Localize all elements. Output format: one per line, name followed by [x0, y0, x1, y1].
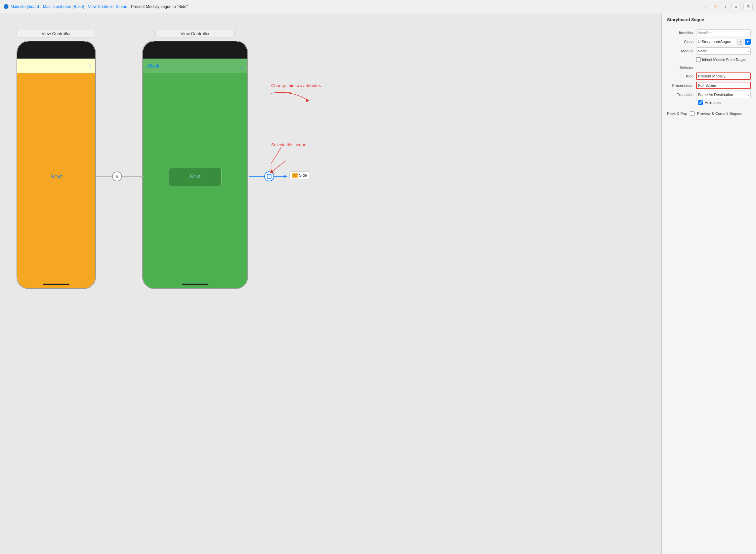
toolbar: 🔵 Main.storyboard › Main.storyboard (Bas…	[0, 0, 756, 13]
svg-text:⊞: ⊞	[116, 175, 118, 178]
phone1-label: View Controller	[16, 30, 96, 38]
inherit-checkbox[interactable]	[696, 57, 701, 62]
back-chevron-icon: ‹	[147, 63, 148, 68]
annotation1-arrow	[271, 90, 311, 107]
list-view-button[interactable]: ≡	[732, 3, 741, 10]
class-select-wrapper: UIStoryboardSegue ↑ ▼	[696, 38, 751, 45]
identifier-input[interactable]	[696, 30, 751, 36]
transition-label: Transition	[667, 93, 693, 97]
grid-view-button[interactable]: ⊞	[743, 3, 753, 10]
breadcrumb-item-3[interactable]: View Controller Scene	[88, 4, 127, 9]
inherit-label: Inherit Module From Target	[702, 58, 751, 62]
identifier-row: Identifier	[662, 29, 756, 37]
svg-marker-9	[285, 175, 287, 178]
phone1-body: Next	[17, 73, 95, 280]
canvas-area: View Controller ↑ Next	[0, 13, 662, 554]
presentation-select[interactable]: Full Screen Current Context Form Sheet P…	[696, 82, 751, 89]
share-icon[interactable]: ↑	[88, 63, 91, 69]
kind-select[interactable]: Present Modally Show Show Detail Present…	[696, 72, 751, 80]
breadcrumb-item-1[interactable]: Main.storyboard	[11, 4, 39, 9]
breadcrumb-item-2[interactable]: Main.storyboard (Base)	[43, 4, 84, 9]
presentation-row: Presentation Full Screen Current Context…	[662, 81, 756, 90]
phone1-frame: ↑ Next	[16, 41, 96, 289]
peek-label: Peek & Pop	[667, 112, 687, 115]
phone2-frame: ‹ Back ↓ Next	[142, 41, 248, 289]
peek-checkbox[interactable]	[690, 111, 694, 116]
phone2-wrapper: View Controller ‹ Back ↓ Next	[142, 30, 248, 289]
animates-checkbox[interactable]	[698, 100, 703, 105]
presentation-label: Presentation	[667, 84, 693, 88]
phone1-header: ↑	[17, 59, 95, 73]
kind-row: Kind Present Modally Show Show Detail Pr…	[662, 71, 756, 81]
phone2-label: View Controller	[155, 30, 235, 38]
identifier-label: Identifier	[667, 31, 693, 35]
class-row: Class UIStoryboardSegue ↑ ▼	[662, 37, 756, 46]
download-icon[interactable]: ↓	[240, 63, 243, 69]
side-label: Side	[299, 173, 307, 178]
panel-content: Identifier Class UIStoryboardSegue ↑ ▼ M…	[662, 25, 756, 554]
phone1-notch-area	[17, 41, 95, 59]
class-edit-button[interactable]: ↑	[738, 39, 743, 45]
inherit-row: Inherit Module From Target	[662, 56, 756, 63]
selector-row: Selector	[662, 63, 756, 71]
transition-row: Transition Same As Destination Cover Ver…	[662, 90, 756, 99]
panel-title: Storyboard Segue	[662, 13, 756, 25]
peek-row: Peek & Pop Preview & Commit Segues	[662, 110, 756, 117]
canvas-svg: ⊞	[0, 13, 662, 554]
back-label[interactable]: Back	[149, 63, 160, 68]
toolbar-icons: ‹ ⚠ › ≡ ⊞	[702, 3, 753, 10]
next-button-label: Next	[190, 174, 201, 180]
transition-select-wrapper: Same As Destination Cover Vertical Flip …	[696, 91, 751, 98]
phone2-bottom	[143, 280, 247, 288]
annotation-select-segue: Selecte this segue	[271, 142, 306, 170]
app-icon: 🔵	[3, 4, 9, 9]
home-indicator-2	[182, 284, 208, 285]
nav-back-button[interactable]: ‹	[702, 3, 709, 10]
home-indicator-1	[43, 284, 69, 285]
svg-point-6	[265, 172, 274, 181]
phone1-bottom	[17, 280, 95, 288]
class-select[interactable]: UIStoryboardSegue	[696, 38, 736, 45]
breadcrumb: Main.storyboard › Main.storyboard (Base)…	[11, 4, 188, 9]
class-label: Class	[667, 40, 693, 44]
next-button[interactable]: Next	[169, 168, 222, 186]
annotation2-arrow	[271, 147, 291, 170]
module-select-wrapper: None ⌄	[696, 47, 751, 55]
phone2-body: Next	[143, 73, 247, 280]
annotation-change-attributes: Change this two attributes	[271, 83, 321, 107]
phone2-notch	[180, 52, 210, 59]
transition-select[interactable]: Same As Destination Cover Vertical Flip …	[696, 91, 751, 98]
svg-marker-11	[306, 98, 309, 102]
phone1-notch	[41, 52, 71, 59]
kind-label: Kind	[667, 74, 693, 78]
kind-select-wrapper: Present Modally Show Show Detail Present…	[696, 72, 751, 80]
module-label: Module	[667, 49, 693, 53]
side-icon: ⊙	[292, 173, 298, 178]
svg-marker-12	[271, 165, 272, 169]
main-area: View Controller ↑ Next	[0, 13, 756, 554]
preview-commit-label: Preview & Commit Segues	[697, 112, 743, 115]
phone1-wrapper: View Controller ↑ Next	[16, 30, 96, 289]
svg-point-1	[113, 172, 122, 181]
nav-forward-button[interactable]: ›	[721, 3, 729, 10]
module-select[interactable]: None	[696, 47, 751, 55]
side-destination: ⊙ Side	[290, 171, 310, 179]
breadcrumb-item-4[interactable]: Present Modally segue to "Side"	[131, 4, 188, 9]
phone1-next-label[interactable]: Next	[51, 173, 62, 180]
nav-warning-button[interactable]: ⚠	[712, 3, 719, 10]
svg-rect-7	[267, 174, 271, 178]
phone2-navbar: ‹ Back ↓	[143, 59, 247, 73]
animates-row: Animates	[662, 99, 756, 106]
selector-label: Selector	[667, 65, 693, 69]
phone2-notch-area	[143, 41, 247, 59]
right-panel: Storyboard Segue Identifier Class UIStor…	[662, 13, 756, 554]
presentation-select-wrapper: Full Screen Current Context Form Sheet P…	[696, 82, 751, 89]
class-add-button[interactable]: ▼	[745, 39, 751, 45]
animates-label: Animates	[705, 101, 720, 105]
panel-divider	[667, 108, 751, 108]
module-row: Module None ⌄	[662, 46, 756, 56]
